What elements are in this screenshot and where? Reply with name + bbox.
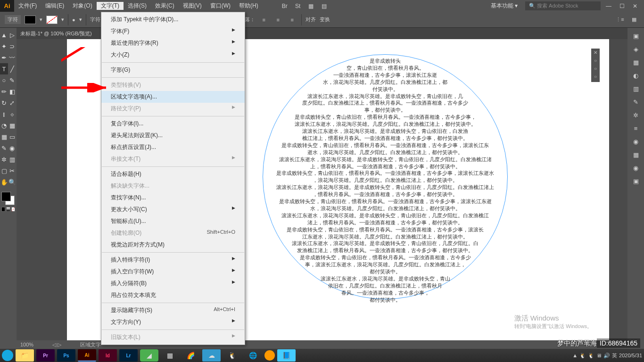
graphic-styles-panel-icon[interactable]: ▣ bbox=[631, 176, 641, 186]
artboard-tool[interactable]: ▢ bbox=[0, 165, 8, 176]
menu-effect[interactable]: 效果(C) bbox=[151, 2, 179, 10]
bridge-icon[interactable]: Br bbox=[280, 2, 290, 10]
menu-item[interactable]: 复合字体(I)... bbox=[101, 118, 245, 130]
taskbar-photoshop-icon[interactable]: Ps bbox=[57, 349, 75, 362]
menu-item[interactable]: 智能标点(U)... bbox=[101, 215, 245, 227]
color-panel-icon[interactable]: ◐ bbox=[631, 70, 641, 81]
brush-tool[interactable]: ✎ bbox=[8, 74, 16, 86]
taskbar-app-5-icon[interactable] bbox=[264, 350, 275, 361]
libraries-panel-icon[interactable]: ▦ bbox=[631, 57, 641, 67]
ellipse-tool[interactable]: ○ bbox=[0, 74, 8, 86]
taskbar-clock[interactable]: 2020/5/31 bbox=[619, 353, 642, 358]
direct-selection-tool[interactable]: ▷ bbox=[8, 29, 16, 41]
free-transform-tool[interactable]: ⟐ bbox=[8, 108, 16, 120]
menu-file[interactable]: 文件(F) bbox=[14, 2, 41, 10]
menu-object[interactable]: 对象(O) bbox=[68, 2, 96, 10]
menu-type[interactable]: 文字(T) bbox=[97, 2, 124, 10]
taskbar-app-6-icon[interactable]: 📘 bbox=[277, 349, 296, 362]
touch-bar-panel[interactable]: ✕ ○○○ bbox=[591, 49, 600, 82]
area-type-text[interactable]: 是非成败转头空，青山依旧在，惯看秋月春风。一壶浊酒喜相逢，古今多少事，滚滚长江东… bbox=[263, 54, 508, 299]
slice-tool[interactable]: ✂ bbox=[8, 165, 16, 176]
lasso-tool[interactable]: ⊃ bbox=[8, 41, 16, 52]
arrange-icon[interactable]: ▦ bbox=[306, 2, 316, 10]
menu-item[interactable]: 用占位符文本填充 bbox=[101, 289, 245, 301]
taskbar-explorer-icon[interactable]: 📁 bbox=[16, 349, 34, 362]
menu-item[interactable]: 字体(F)▶ bbox=[101, 25, 245, 37]
align-panel-btn[interactable]: 对齐 bbox=[305, 16, 316, 23]
menu-edit[interactable]: 编辑(E) bbox=[41, 2, 68, 10]
brushes-panel-icon[interactable]: ✎ bbox=[631, 97, 641, 107]
perspective-tool[interactable]: ▦ bbox=[8, 120, 16, 131]
taskbar-lightroom-icon[interactable]: Lr bbox=[119, 349, 138, 362]
eyedropper-tool[interactable]: ✎ bbox=[0, 142, 8, 154]
symbols-panel-icon[interactable]: ✲ bbox=[631, 110, 641, 120]
character-panel-btn[interactable]: 字符 bbox=[5, 15, 21, 24]
gradient-tool[interactable]: ▭ bbox=[8, 131, 16, 142]
menu-item[interactable]: 插入空白字符(W)▶ bbox=[101, 266, 245, 278]
fill-swatch[interactable] bbox=[25, 16, 36, 24]
selection-tool[interactable]: ▲ bbox=[0, 29, 8, 41]
taskbar-illustrator-icon[interactable]: Ai bbox=[78, 349, 96, 362]
hand-tool[interactable]: ✋ bbox=[0, 176, 8, 188]
eraser-tool[interactable]: ◧ bbox=[8, 86, 16, 97]
menu-item[interactable]: 标点挤压设置(J)... bbox=[101, 141, 245, 153]
blend-tool[interactable]: ◉ bbox=[8, 142, 16, 154]
type-tool[interactable]: T bbox=[0, 63, 8, 74]
menu-item[interactable]: 显示隐藏字符(S)Alt+Ctrl+I bbox=[101, 304, 245, 316]
menu-view[interactable]: 视图(V) bbox=[179, 2, 206, 10]
curvature-tool[interactable]: 〰 bbox=[8, 52, 16, 63]
menu-item[interactable]: 大小(Z)▶ bbox=[101, 49, 245, 61]
menu-item[interactable]: 添加 Typekit 中的字体(D)... bbox=[101, 14, 245, 25]
maximize-icon[interactable]: ☐ bbox=[617, 2, 627, 10]
taskbar-premiere-icon[interactable]: Pr bbox=[36, 349, 55, 362]
minimize-icon[interactable]: — bbox=[603, 2, 614, 10]
menu-help[interactable]: 帮助(H) bbox=[235, 2, 263, 10]
align-right-icon[interactable]: ≡ bbox=[287, 15, 297, 25]
align-left-icon[interactable]: ≡ bbox=[259, 15, 269, 25]
taskbar-browser-icon[interactable] bbox=[2, 350, 13, 361]
align-center-icon[interactable]: ≡ bbox=[273, 15, 283, 25]
gradient-panel-icon[interactable]: ◉ bbox=[631, 136, 641, 147]
shaper-tool[interactable]: ✏ bbox=[0, 86, 8, 97]
mesh-tool[interactable]: ▦ bbox=[0, 131, 8, 142]
taskbar-app-1-icon[interactable]: ◢ bbox=[140, 349, 158, 362]
menu-item[interactable]: 插入分隔符(B)▶ bbox=[101, 278, 245, 289]
menu-item[interactable]: 字形(G) bbox=[101, 64, 245, 76]
zoom-level[interactable]: 100% bbox=[20, 342, 33, 347]
appearance-panel-icon[interactable]: ◉ bbox=[631, 163, 641, 173]
menu-item[interactable]: 视觉边距对齐方式(M) bbox=[101, 239, 245, 251]
taskbar-chrome-icon[interactable]: 🌐 bbox=[244, 349, 262, 362]
width-tool[interactable]: ⫿ bbox=[0, 108, 8, 120]
close-icon[interactable]: ✕ bbox=[630, 2, 640, 10]
symbol-sprayer-tool[interactable]: ✲ bbox=[0, 154, 8, 165]
menu-item[interactable]: 插入特殊字符(I)▶ bbox=[101, 254, 245, 266]
taskbar-app-4-icon[interactable]: ☁ bbox=[202, 349, 221, 362]
menu-item[interactable]: 避头尾法则设置(K)... bbox=[101, 130, 245, 141]
taskbar-app-2-icon[interactable]: ▦ bbox=[161, 349, 179, 362]
menu-item[interactable]: 查找字体(N)... bbox=[101, 192, 245, 204]
stroke-swatch[interactable] bbox=[46, 16, 58, 24]
properties-panel-icon[interactable]: ▣ bbox=[631, 31, 641, 41]
menu-item[interactable]: 适合标题(H) bbox=[101, 168, 245, 180]
magic-wand-tool[interactable]: ✦ bbox=[0, 41, 8, 52]
menu-item[interactable]: 最近使用的字体(R)▶ bbox=[101, 37, 245, 49]
taskbar-app-3-icon[interactable]: 🌈 bbox=[182, 349, 200, 362]
layers-panel-icon[interactable]: ◈ bbox=[631, 44, 641, 54]
panel-close-icon[interactable]: ✕ bbox=[593, 50, 598, 57]
menu-item[interactable]: 区域文字选项(A)... bbox=[101, 91, 245, 103]
options-icon[interactable]: ▦ bbox=[629, 15, 639, 25]
menu-select[interactable]: 选择(S) bbox=[124, 2, 151, 10]
pen-tool[interactable]: ✒ bbox=[0, 52, 8, 63]
stock-icon[interactable]: St bbox=[293, 2, 303, 10]
stroke-panel-icon[interactable]: ≡ bbox=[631, 123, 641, 133]
menu-window[interactable]: 窗口(W) bbox=[206, 2, 235, 10]
zoom-tool[interactable]: 🔍 bbox=[8, 176, 16, 188]
gpu-icon[interactable]: ▤ bbox=[319, 2, 330, 10]
panel-menu-icon[interactable]: ⋮≡ bbox=[615, 15, 625, 25]
swatches-panel-icon[interactable]: ▥ bbox=[631, 83, 641, 94]
line-tool[interactable]: ╱ bbox=[8, 63, 16, 74]
workspace-switcher[interactable]: 基本功能 ▾ bbox=[486, 1, 522, 11]
fill-stroke-swatch[interactable] bbox=[1, 192, 16, 206]
rotate-tool[interactable]: ↻ bbox=[0, 97, 8, 108]
taskbar-indesign-icon[interactable]: Id bbox=[99, 349, 117, 362]
